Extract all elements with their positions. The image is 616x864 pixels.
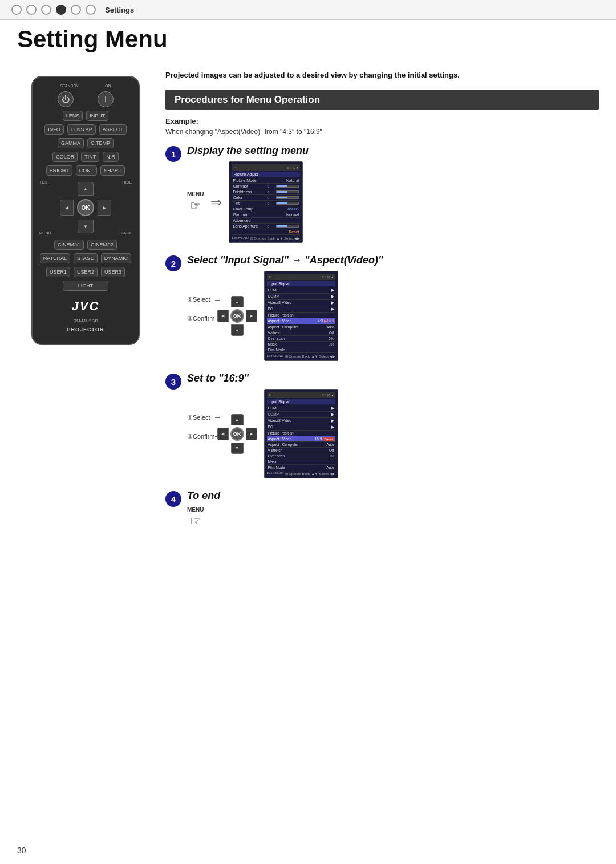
user1-button[interactable]: USER1 <box>46 267 70 277</box>
example-desc: When changing "Aspect(Video)" from "4:3"… <box>165 128 599 136</box>
remote-row-gamma: GAMMA C.TEMP <box>38 138 133 148</box>
dpad-left-button[interactable]: ◀ <box>60 200 74 216</box>
lensap-button[interactable]: LENS.AP <box>67 124 96 135</box>
aspect-button[interactable]: ASPECT <box>99 124 127 135</box>
step-1-title: Display the setting menu <box>187 145 599 157</box>
step-1-content: MENU ☞ ⇒ P ≡ ↕ ⊞ ● Picture Adjust Pictur… <box>187 161 599 243</box>
remote-row-bright: BRIGHT CONT SHARP <box>38 165 133 176</box>
info-button[interactable]: INFO <box>44 124 64 135</box>
step-2-dpad: ▲ ▼ ◀ ▶ OK <box>217 296 257 336</box>
stage-button[interactable]: STAGE <box>74 253 98 263</box>
step-3-content: ①Select ②Confirm ▲ ▼ ◀ ▶ OK <box>187 389 599 478</box>
step-1-number: 1 <box>165 146 181 162</box>
menu-row-colortemp: Color Temp 6500K <box>232 206 300 212</box>
is-row-mask-2: Mask0% <box>267 342 335 347</box>
menu-row-gamma: Gamma Normal <box>232 212 300 218</box>
user2-button[interactable]: USER2 <box>74 267 98 277</box>
step-3-inner: ①Select ②Confirm ▲ ▼ ◀ ▶ OK <box>187 414 257 454</box>
cont-button[interactable]: CONT <box>76 165 98 176</box>
light-button[interactable]: LIGHT <box>63 281 108 291</box>
confirm-label-2: ②Confirm <box>187 315 215 322</box>
page-title: Setting Menu <box>17 26 599 53</box>
is-row-aspect-video-2: Aspect : Video 4:3 ▶16:9 <box>267 318 335 324</box>
cinema2-button[interactable]: CINEMA2 <box>87 240 117 250</box>
circle-3 <box>41 5 51 15</box>
input-signal-screen-2: P ≡ ↕ ⊞ ● Input Signal HDMI▶ COMP▶ Video… <box>264 271 338 361</box>
menu-row-tint: Tint 0 <box>232 201 300 206</box>
page-number: 30 <box>17 846 26 855</box>
page-title-area: Setting Menu <box>0 20 616 53</box>
is-footer-2: Exit MENU ⊞ Operate Back ▲▼ Select ◀▶ <box>267 354 335 358</box>
back-label: BACK <box>121 231 132 235</box>
step-2-inner: ①Select ②Confirm ▲ ▼ ◀ ▶ OK <box>187 296 257 336</box>
circle-4 <box>56 5 66 15</box>
ctemp-button[interactable]: C.TEMP <box>87 138 114 148</box>
is-row-pc-3: PC▶ <box>267 424 335 431</box>
remote-row-cinema: CINEMA1 CINEMA2 <box>38 240 133 250</box>
circle-1 <box>11 5 22 15</box>
dpad-area: TEST HIDE MENU BACK ▲ ▼ ◀ ▶ OK <box>38 179 133 236</box>
is-row-hdmi-2: HDMI▶ <box>267 287 335 294</box>
dpad-right-button[interactable]: ▶ <box>98 200 111 216</box>
procedures-banner: Procedures for Menu Operation <box>165 90 599 110</box>
is-row-pos-2: Picture Position <box>267 313 335 318</box>
step-3-dpad: ▲ ▼ ◀ ▶ OK <box>217 414 257 454</box>
lens-button[interactable]: LENS <box>63 111 83 121</box>
bright-button[interactable]: BRIGHT <box>46 165 72 176</box>
is-row-overscan-3: Over scan0% <box>267 453 335 459</box>
is-footer-3: Exit MENU ⊞ Operate Back ▲▼ Select ◀▶ <box>267 472 335 476</box>
sd-down-3: ▼ <box>231 443 244 454</box>
step-3-title: Set to "16:9" <box>187 372 599 384</box>
ok-button[interactable]: OK <box>77 199 94 216</box>
input-signal-screen-3: P ≡ ↕ ⊞ ● Input Signal HDMI▶ COMP▶ Video… <box>264 389 338 478</box>
color-button[interactable]: COLOR <box>52 152 78 162</box>
step-1: 1 Display the setting menu MENU ☞ ⇒ P <box>165 145 599 243</box>
dpad-down-button[interactable]: ▼ <box>78 220 94 233</box>
sd-up-3: ▲ <box>231 414 244 425</box>
dpad-up-button[interactable]: ▲ <box>78 182 94 196</box>
is-row-filmmode-2: Film Mode <box>267 347 335 353</box>
on-button[interactable]: I <box>98 91 114 107</box>
dynamic-button[interactable]: DYNAMIC <box>101 253 132 263</box>
select-label-2: ①Select <box>187 296 215 303</box>
user3-button[interactable]: USER3 <box>101 267 125 277</box>
sd-left-3: ◀ <box>217 428 229 440</box>
remote-wrapper: STANDBY ON ⏻ I LENS INPUT INFO LENS.AP <box>17 76 154 345</box>
remote-projector-label: PROJECTOR <box>67 327 104 332</box>
right-column: Projected images can be adjusted to a de… <box>165 70 599 540</box>
is-title-2: Input Signal <box>267 281 335 286</box>
menu-row-advanced: Advanced <box>232 218 300 224</box>
is-row-comp-3: COMP▶ <box>267 412 335 418</box>
standby-label: STANDBY <box>60 84 79 88</box>
is-row-overscan-2: Over scan0% <box>267 336 335 342</box>
progress-circles <box>11 5 96 15</box>
remote-row-power-btns: ⏻ I <box>38 91 133 107</box>
sharp-button[interactable]: SHARP <box>100 165 125 176</box>
tint-button[interactable]: TINT <box>81 152 99 162</box>
remote-row-color: COLOR TINT N.R <box>38 152 133 162</box>
circle-5 <box>71 5 81 15</box>
nr-button[interactable]: N.R <box>103 152 119 162</box>
step-2-title: Select "Input Signal" → "Aspect(Video)" <box>187 254 599 266</box>
cinema1-button[interactable]: CINEMA1 <box>54 240 84 250</box>
menu-header-1: P ≡ ↕ ⊞ ● <box>232 164 300 171</box>
remote-row-info: INFO LENS.AP ASPECT <box>38 124 133 135</box>
arrow-1: ⇒ <box>210 194 222 210</box>
menu-press-area: MENU ☞ <box>187 191 204 213</box>
is-row-vstretch-3: V-stretchOff <box>267 448 335 453</box>
main-container: STANDBY ON ⏻ I LENS INPUT INFO LENS.AP <box>0 59 616 551</box>
standby-button[interactable]: ⏻ <box>58 91 74 107</box>
gamma-button[interactable]: GAMMA <box>58 138 84 148</box>
remote-row-lens-input: LENS INPUT <box>38 111 133 121</box>
is-row-vstretch-2: V-stretchOff <box>267 330 335 336</box>
example-label: Example: <box>165 117 599 125</box>
left-column: STANDBY ON ⏻ I LENS INPUT INFO LENS.AP <box>17 70 154 540</box>
input-button[interactable]: INPUT <box>86 111 108 121</box>
is-row-filmmode-3: Film ModeAuto <box>267 465 335 470</box>
on-label: ON <box>105 84 111 88</box>
natural-button[interactable]: NATURAL <box>40 253 70 263</box>
step-4-title: To end <box>187 490 599 502</box>
is-row-comp-2: COMP▶ <box>267 294 335 300</box>
remote-row-power: STANDBY ON <box>38 84 133 88</box>
step-2-number: 2 <box>165 255 181 271</box>
